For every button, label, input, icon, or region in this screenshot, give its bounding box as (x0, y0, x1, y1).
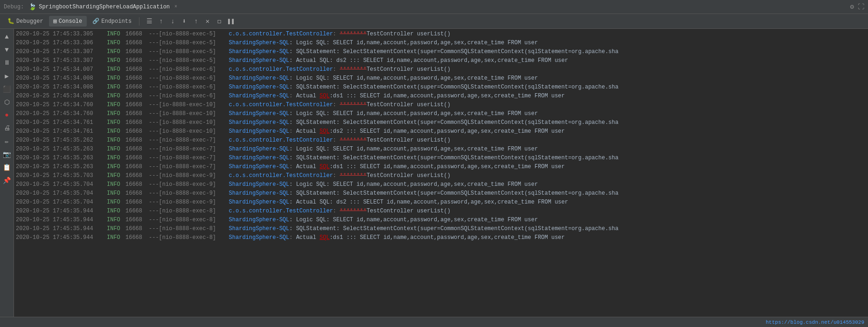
sidebar-hex-btn[interactable]: ⬡ (1, 96, 13, 108)
log-pid: 16668 (125, 145, 149, 153)
sidebar-pin-btn[interactable]: 📌 (1, 174, 13, 186)
log-timestamp: 2020-10-25 17:45:34.008 (16, 92, 107, 100)
menu-btn[interactable]: ☰ (144, 16, 154, 27)
log-sep: --- (149, 83, 159, 91)
settings-icon[interactable]: ⚙ (850, 3, 854, 11)
sidebar-up-btn[interactable]: ▲ (1, 31, 13, 43)
log-sep: --- (149, 145, 159, 153)
log-thread: [io-8888-exec-10] (159, 119, 229, 127)
log-timestamp: 2020-10-25 17:45:35.704 (16, 190, 107, 198)
log-thread: [nio-8888-exec-5] (159, 39, 229, 47)
log-level: INFO (107, 83, 125, 91)
log-sep: --- (149, 181, 159, 189)
log-timestamp: 2020-10-25 17:45:34.008 (16, 83, 107, 91)
wrap-btn[interactable]: ◻ (214, 16, 224, 27)
clear-btn[interactable]: ✕ (202, 16, 213, 27)
status-url[interactable]: https://blog.csdn.net/u014553029 (766, 320, 864, 325)
log-level: INFO (107, 234, 125, 242)
tab-endpoints[interactable]: 🔗 Endpoints (88, 16, 136, 27)
log-message: : SQLStatement: SelectStatementContext(s… (289, 225, 866, 233)
log-pid: 16668 (125, 83, 149, 91)
sidebar-down-btn[interactable]: ▼ (1, 44, 13, 56)
log-level: INFO (107, 110, 125, 118)
app-title: SpringbootShardingSphereLoadApplication (39, 4, 170, 10)
log-logger: ShardingSphere-SQL (229, 225, 290, 233)
scroll-down-btn[interactable]: ↓ (167, 16, 178, 27)
log-sep: --- (149, 39, 159, 47)
log-timestamp: 2020-10-25 17:45:34.760 (16, 101, 107, 109)
log-timestamp: 2020-10-25 17:45:35.263 (16, 163, 107, 171)
tab-console[interactable]: ▤ Console (49, 16, 87, 27)
log-logger: ShardingSphere-SQL (229, 83, 290, 91)
sidebar-stop-btn[interactable]: ⬛ (1, 83, 13, 95)
sidebar-record-btn[interactable]: ● (1, 109, 13, 121)
log-pid: 16668 (125, 128, 149, 136)
log-timestamp: 2020-10-25 17:45:35.704 (16, 181, 107, 189)
log-level: INFO (107, 66, 125, 74)
log-timestamp: 2020-10-25 17:45:34.008 (16, 75, 107, 82)
tab-console-label: Console (59, 18, 82, 25)
log-sep: --- (149, 30, 159, 38)
pause-btn[interactable]: ❚❚ (226, 16, 236, 27)
log-logger: ShardingSphere-SQL (229, 75, 290, 82)
log-message: : Actual SQL:ds1 ::: SELECT id,name,acco… (289, 92, 866, 100)
sidebar-camera-btn[interactable]: 📷 (1, 148, 13, 160)
log-pid: 16668 (125, 75, 149, 82)
title-bar-left: Debug: 🍃 SpringbootShardingSphereLoadApp… (4, 3, 177, 11)
log-sep: --- (149, 190, 159, 198)
log-logger: ShardingSphere-SQL (229, 163, 290, 171)
log-level: INFO (107, 119, 125, 127)
log-sep: --- (149, 154, 159, 162)
log-logger: ShardingSphere-SQL (229, 198, 290, 206)
log-thread: [nio-8888-exec-8] (159, 225, 229, 233)
title-bar-right: ⚙ ⛶ (850, 3, 864, 11)
scroll-up-btn[interactable]: ↑ (156, 16, 166, 27)
log-sep: --- (149, 48, 159, 56)
log-line: 2020-10-25 17:45:35.263 INFO 16668 --- [… (14, 154, 868, 163)
scroll-top-btn[interactable]: ↑ (191, 16, 201, 27)
log-thread: [nio-8888-exec-6] (159, 83, 229, 91)
log-thread: [nio-8888-exec-7] (159, 154, 229, 162)
close-tab-button[interactable]: × (174, 4, 177, 9)
log-line: 2020-10-25 17:45:35.944 INFO 16668 --- [… (14, 225, 868, 233)
log-level: INFO (107, 136, 125, 144)
log-line: 2020-10-25 17:45:35.944 INFO 16668 --- [… (14, 233, 868, 242)
log-pid: 16668 (125, 30, 149, 38)
sidebar-print-btn[interactable]: 🖨 (1, 122, 13, 134)
log-message: : SQLStatement: SelectStatementContext(s… (289, 119, 866, 127)
tab-debugger[interactable]: 🐛 Debugger (3, 16, 48, 27)
console-output[interactable]: 2020-10-25 17:45:33.305 INFO 16668 --- [… (14, 29, 868, 317)
log-message: : SQLStatement: SelectStatementContext(s… (289, 190, 866, 198)
log-thread: [nio-8888-exec-6] (159, 66, 229, 74)
scroll-bottom-btn[interactable]: ⬇ (179, 16, 189, 27)
log-pid: 16668 (125, 154, 149, 162)
expand-icon[interactable]: ⛶ (858, 3, 864, 11)
log-logger: ShardingSphere-SQL (229, 234, 290, 242)
log-message: : SQLStatement: SelectStatementContext(s… (289, 48, 866, 56)
log-logger: c.o.s.controller.TestController (229, 101, 333, 109)
log-line: 2020-10-25 17:45:35.262 INFO 16668 --- [… (14, 136, 868, 145)
log-message: : ********TestController userList() (333, 66, 866, 74)
log-thread: [nio-8888-exec-9] (159, 190, 229, 198)
sidebar-play-btn[interactable]: ▶ (1, 70, 13, 82)
spring-icon: 🍃 (28, 3, 36, 11)
sidebar-edit-btn[interactable]: ✏ (1, 135, 13, 147)
log-pid: 16668 (125, 225, 149, 233)
log-timestamp: 2020-10-25 17:45:33.305 (16, 30, 107, 38)
log-thread: [nio-8888-exec-9] (159, 181, 229, 189)
log-thread: [nio-8888-exec-8] (159, 234, 229, 242)
toolbar-separator (139, 17, 139, 26)
sidebar-list-btn[interactable]: 📋 (1, 161, 13, 173)
log-timestamp: 2020-10-25 17:45:35.262 (16, 136, 107, 144)
log-pid: 16668 (125, 110, 149, 118)
log-thread: [io-8888-exec-10] (159, 101, 229, 109)
log-line: 2020-10-25 17:45:34.008 INFO 16668 --- [… (14, 83, 868, 92)
sidebar-pause-btn[interactable]: ⏸ (1, 57, 13, 69)
toolbar: 🐛 Debugger ▤ Console 🔗 Endpoints ☰ ↑ ↓ ⬇… (0, 14, 868, 29)
log-line: 2020-10-25 17:45:33.307 INFO 16668 --- [… (14, 48, 868, 56)
log-pid: 16668 (125, 48, 149, 56)
log-sep: --- (149, 163, 159, 171)
log-timestamp: 2020-10-25 17:45:35.944 (16, 234, 107, 242)
log-logger: c.o.s.controller.TestController (229, 136, 333, 144)
log-line: 2020-10-25 17:45:34.760 INFO 16668 --- [… (14, 101, 868, 109)
